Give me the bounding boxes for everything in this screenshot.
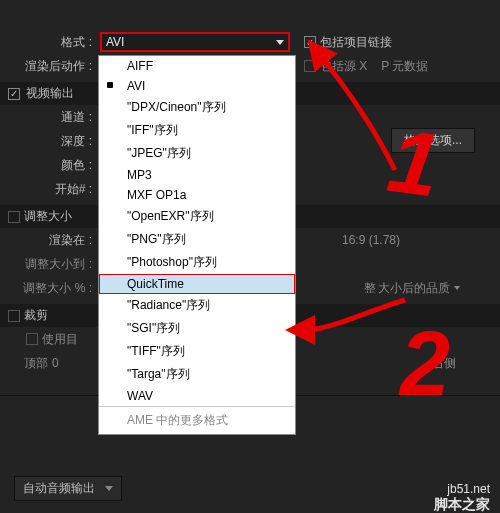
watermark: jb51.net 脚本之家 [434, 483, 490, 512]
format-label: 格式 : [0, 34, 100, 51]
format-option[interactable]: "IFF"序列 [99, 119, 295, 142]
format-option[interactable]: "Targa"序列 [99, 363, 295, 386]
resize-pct-label: 调整大小 % : [0, 280, 100, 297]
resize-in-label: 渲染在 : [0, 232, 100, 249]
format-combo[interactable]: AVI [100, 32, 290, 52]
audio-output-combo[interactable]: 自动音频输出 [14, 476, 122, 501]
start-label: 开始# : [0, 181, 100, 198]
format-dropdown-footer[interactable]: AME 中的更多格式 [99, 406, 295, 434]
format-options-button[interactable]: 格式选项... [391, 128, 475, 153]
include-link-checkbox[interactable]: ✓ [304, 36, 316, 48]
format-option[interactable]: "DPX/Cineon"序列 [99, 96, 295, 119]
channel-label: 通道 : [0, 109, 100, 126]
include-link-label: 包括项目链接 [320, 34, 392, 51]
format-option[interactable]: "SGI"序列 [99, 317, 295, 340]
format-dropdown[interactable]: AIFFAVI"DPX/Cineon"序列"IFF"序列"JPEG"序列MP3M… [98, 55, 296, 435]
format-option[interactable]: "OpenEXR"序列 [99, 205, 295, 228]
crop-top-label: 顶部 [24, 355, 48, 372]
chevron-down-icon [276, 40, 284, 45]
format-option[interactable]: MP3 [99, 165, 295, 185]
color-label: 颜色 : [0, 157, 100, 174]
postrender-label: 渲染后动作 : [0, 58, 100, 75]
format-option[interactable]: "PNG"序列 [99, 228, 295, 251]
format-option[interactable]: QuickTime [99, 274, 295, 294]
chevron-down-icon [105, 486, 113, 491]
crop-top-value[interactable]: 0 [52, 356, 59, 370]
aspect-value: 16:9 (1.78) [342, 233, 400, 247]
format-option[interactable]: "Radiance"序列 [99, 294, 295, 317]
format-option[interactable]: AVI [99, 76, 295, 96]
format-option[interactable]: "JPEG"序列 [99, 142, 295, 165]
include-xmp-suffix: P 元数据 [381, 58, 428, 75]
use-target-label: 使用目 [42, 331, 78, 348]
format-option[interactable]: MXF OP1a [99, 185, 295, 205]
use-target-checkbox[interactable] [26, 333, 38, 345]
include-xmp-checkbox[interactable] [304, 60, 316, 72]
format-option[interactable]: "Photoshop"序列 [99, 251, 295, 274]
depth-label: 深度 : [0, 133, 100, 150]
resize-quality[interactable]: 整大小后的品质 [364, 280, 460, 297]
include-xmp-label: 包括源 X [320, 58, 367, 75]
crop-right-label: 右侧 [432, 355, 456, 372]
format-combo-value: AVI [106, 35, 124, 49]
format-option[interactable]: "TIFF"序列 [99, 340, 295, 363]
resize-to-label: 调整大小到 : [0, 256, 100, 273]
format-option[interactable]: WAV [99, 386, 295, 406]
format-option[interactable]: AIFF [99, 56, 295, 76]
